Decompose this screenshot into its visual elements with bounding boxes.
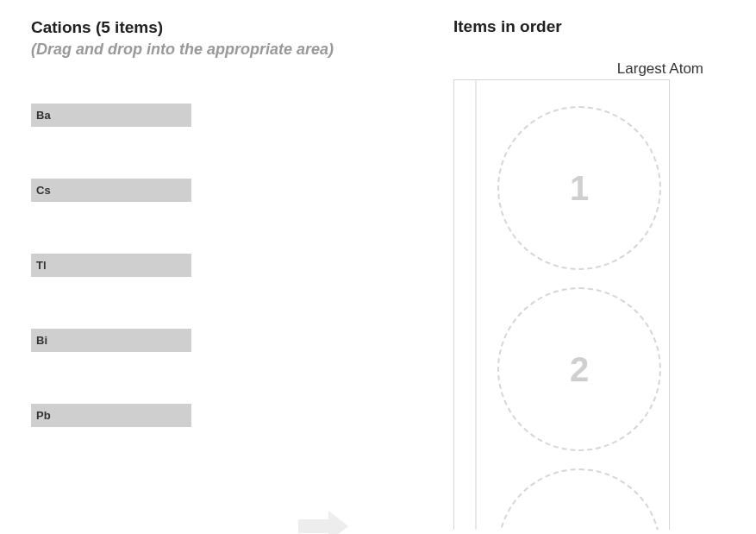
instruction-text: (Drag and drop into the appropriate area… <box>31 39 419 60</box>
axis-label-top: Largest Atom <box>453 60 729 78</box>
drop-slot-2[interactable]: 2 <box>497 287 661 451</box>
source-panel: Cations (5 items) (Drag and drop into th… <box>31 17 419 530</box>
drop-area[interactable]: 1 2 3 <box>453 79 670 530</box>
drop-slot-1[interactable]: 1 <box>497 106 661 270</box>
arrow-right-icon <box>298 509 350 534</box>
target-panel: Items in order Largest Atom 1 2 3 <box>453 17 729 530</box>
draggable-item-pb[interactable]: Pb <box>31 404 191 427</box>
draggable-item-cs[interactable]: Cs <box>31 179 191 202</box>
draggable-item-bi[interactable]: Bi <box>31 329 191 352</box>
target-title: Items in order <box>453 17 729 36</box>
draggable-items-list: Ba Cs Tl Bi Pb <box>31 104 419 427</box>
source-title: Cations (5 items) <box>31 17 419 39</box>
drop-slot-3[interactable]: 3 <box>497 468 661 530</box>
draggable-item-ba[interactable]: Ba <box>31 104 191 127</box>
draggable-item-tl[interactable]: Tl <box>31 254 191 277</box>
